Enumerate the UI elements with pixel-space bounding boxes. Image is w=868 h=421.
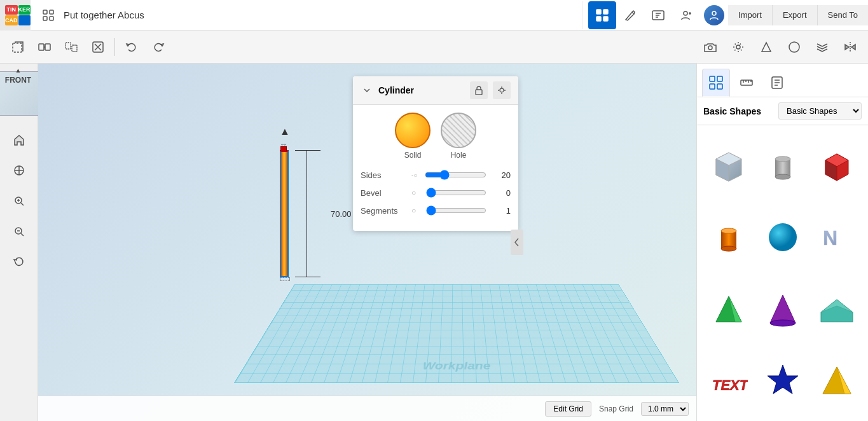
- svg-rect-5: [603, 10, 608, 14]
- view-cube[interactable]: FRONT ▲: [0, 71, 42, 117]
- sides-label: Sides: [361, 170, 411, 180]
- viewport[interactable]: Workplane ▲ ↔: [38, 64, 696, 421]
- logo: TIN KER CAD: [0, 0, 31, 31]
- svg-rect-6: [596, 17, 601, 21]
- panel-tabs: [697, 64, 868, 97]
- build-nav-btn[interactable]: [616, 1, 644, 29]
- panel-collapse-arrow[interactable]: [511, 230, 523, 255]
- cylinder-object[interactable]: ▲ ↔ 70.00: [280, 126, 290, 281]
- shape-item-sphere[interactable]: [757, 204, 808, 272]
- view-cube-up-arrow: ▲: [15, 67, 22, 74]
- copy-to-workplane-button[interactable]: [5, 34, 31, 60]
- solid-option[interactable]: Solid: [395, 113, 431, 160]
- layers-tool-button[interactable]: [809, 34, 835, 60]
- edit-grid-button[interactable]: Edit Grid: [545, 401, 591, 417]
- tab-grid[interactable]: [702, 69, 730, 97]
- svg-point-24: [500, 88, 504, 92]
- svg-rect-2: [43, 17, 47, 20]
- svg-rect-14: [65, 43, 71, 49]
- right-panel: Basic Shapes Basic Shapes Text & Numbers…: [696, 64, 868, 421]
- grid-view-icon-btn[interactable]: [38, 5, 59, 25]
- profile-nav-btn[interactable]: [700, 1, 728, 29]
- snap-grid-label: Snap Grid: [599, 404, 633, 413]
- height-dimension: [293, 150, 320, 277]
- shape-item-cylinder-orange[interactable]: [703, 204, 754, 272]
- snap-grid-select[interactable]: 1.0 mm 0.5 mm 2.0 mm: [641, 402, 689, 416]
- svg-rect-3: [50, 17, 53, 20]
- shape-item-roof-teal[interactable]: [811, 275, 862, 343]
- group-button[interactable]: [32, 34, 57, 60]
- svg-point-36: [775, 174, 790, 179]
- tab-notes[interactable]: [763, 69, 791, 97]
- svg-point-10: [712, 11, 716, 15]
- rotate-view-button[interactable]: [6, 249, 32, 275]
- delete-button[interactable]: [85, 34, 111, 60]
- sides-property: Sides -○ 20: [361, 170, 511, 180]
- sides-minus-icon: -○: [411, 172, 417, 179]
- shape-tool-button[interactable]: [754, 34, 779, 60]
- cylinder-top-handle[interactable]: [280, 146, 287, 151]
- shape-item-box-red[interactable]: [811, 132, 862, 200]
- send-to-button[interactable]: Send To: [818, 5, 868, 25]
- hole-label: Hole: [451, 151, 467, 160]
- mirror-tool-button[interactable]: [837, 34, 863, 60]
- circle-tool-button[interactable]: [782, 34, 807, 60]
- zoom-out-button[interactable]: [6, 219, 32, 244]
- bevel-slider[interactable]: [426, 188, 486, 198]
- shapes-grid: N: [697, 125, 868, 421]
- svg-rect-28: [717, 84, 722, 89]
- bevel-circle-icon: ○: [411, 188, 416, 197]
- add-user-nav-btn[interactable]: [672, 1, 700, 29]
- grid-nav-btn[interactable]: [588, 1, 616, 29]
- lock-icon-btn[interactable]: [470, 81, 488, 99]
- cylinder-base: [280, 277, 290, 281]
- export-button[interactable]: Export: [772, 5, 818, 25]
- cylinder-body[interactable]: [280, 150, 289, 277]
- shapes-category-select[interactable]: Basic Shapes Text & Numbers Connectors: [778, 102, 862, 120]
- shape-item-text-red[interactable]: TEXT: [703, 347, 754, 415]
- fit-view-button[interactable]: [6, 158, 32, 183]
- shapes-title: Basic Shapes: [703, 106, 778, 116]
- shape-item-pyramid-yellow[interactable]: [811, 347, 862, 415]
- hole-option[interactable]: Hole: [441, 113, 476, 160]
- shape-thumb-box-beveled: [708, 145, 749, 186]
- segments-label: Segments: [361, 206, 411, 216]
- logo-x: CAD: [5, 15, 18, 25]
- ungroup-button[interactable]: [59, 34, 84, 60]
- tab-ruler[interactable]: [733, 69, 761, 97]
- segments-circle-icon: ○: [411, 206, 416, 215]
- bottom-bar: Edit Grid Snap Grid 1.0 mm 0.5 mm 2.0 mm: [38, 396, 696, 421]
- shape-thumb-cylinder-orange: [708, 217, 749, 258]
- sides-slider[interactable]: [425, 170, 486, 180]
- import-button[interactable]: Import: [728, 5, 772, 25]
- segments-value: 1: [492, 206, 511, 216]
- shape-item-cone-purple[interactable]: [757, 275, 808, 343]
- svg-point-9: [684, 11, 687, 15]
- toolbar: [0, 31, 868, 64]
- simulate-nav-btn[interactable]: [644, 1, 672, 29]
- panel-collapse-btn[interactable]: [361, 84, 373, 97]
- zoom-in-button[interactable]: [6, 188, 32, 214]
- svg-point-18: [736, 45, 740, 49]
- height-label: 70.00: [331, 209, 352, 219]
- shape-item-star-blue[interactable]: [757, 347, 808, 415]
- shape-item-pyramid-green[interactable]: [703, 275, 754, 343]
- svg-rect-27: [710, 84, 715, 89]
- shape-item-text-shape[interactable]: N: [811, 204, 862, 272]
- logo-cad: [18, 15, 31, 25]
- svg-rect-1: [50, 10, 53, 14]
- shape-item-cylinder-gray[interactable]: [757, 132, 808, 200]
- svg-rect-25: [710, 76, 715, 81]
- light-icon-btn[interactable]: [493, 81, 511, 99]
- segments-slider[interactable]: [426, 205, 486, 216]
- svg-rect-0: [43, 10, 47, 14]
- shape-item-box-beveled[interactable]: [703, 132, 754, 200]
- redo-button[interactable]: [146, 34, 171, 60]
- undo-button[interactable]: [119, 34, 144, 60]
- home-view-button[interactable]: [6, 127, 32, 153]
- svg-text:N: N: [823, 226, 837, 249]
- camera-tool-button[interactable]: [698, 34, 723, 60]
- svg-point-19: [789, 42, 799, 52]
- svg-point-17: [708, 46, 712, 50]
- light-tool-button[interactable]: [726, 34, 751, 60]
